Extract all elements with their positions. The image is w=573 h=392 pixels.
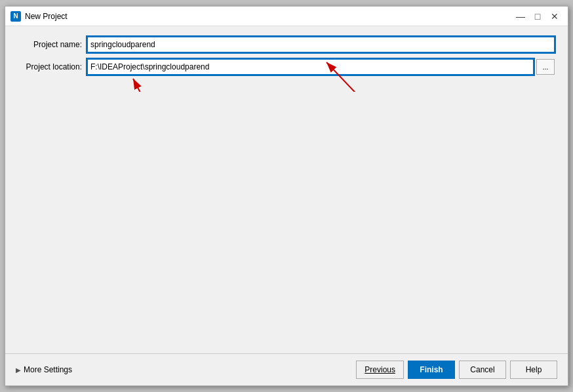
maximize-button[interactable]: □ (530, 10, 545, 23)
window-title: New Project (25, 12, 513, 21)
project-location-row: Project location: ... (18, 59, 555, 75)
close-button[interactable]: ✕ (547, 10, 563, 23)
help-label: Help (526, 365, 542, 374)
form-area: Project name: Project location: ... 项目地址… (5, 26, 568, 92)
more-settings-label: More Settings (24, 365, 72, 374)
more-settings-toggle[interactable]: ▶ More Settings (16, 365, 72, 374)
minimize-button[interactable]: — (513, 10, 528, 23)
project-location-input[interactable] (87, 59, 534, 75)
cancel-button[interactable]: Cancel (459, 361, 506, 379)
window-controls: — □ ✕ (513, 10, 563, 23)
previous-button[interactable]: Previous (356, 361, 404, 379)
project-name-input[interactable] (87, 37, 555, 52)
finish-label: Finish (420, 365, 443, 374)
svg-line-1 (133, 79, 172, 92)
action-buttons: Previous Finish Cancel Help (356, 361, 557, 379)
bottom-bar: ▶ More Settings Previous Finish Cancel H… (5, 353, 568, 385)
new-project-window: N New Project — □ ✕ Project name: Projec… (5, 6, 568, 386)
help-button[interactable]: Help (510, 361, 557, 379)
project-location-label: Project location: (18, 62, 87, 71)
previous-label: Previous (365, 365, 395, 374)
browse-button[interactable]: ... (536, 59, 555, 75)
main-area: Project name: Project location: ... 项目地址… (5, 26, 568, 353)
app-icon: N (10, 11, 21, 22)
finish-button[interactable]: Finish (408, 361, 455, 379)
title-bar: N New Project — □ ✕ (5, 7, 568, 26)
project-name-row: Project name: (18, 37, 555, 52)
project-name-label: Project name: (18, 40, 87, 49)
cancel-label: Cancel (470, 365, 494, 374)
more-settings-arrow-icon: ▶ (16, 366, 21, 374)
